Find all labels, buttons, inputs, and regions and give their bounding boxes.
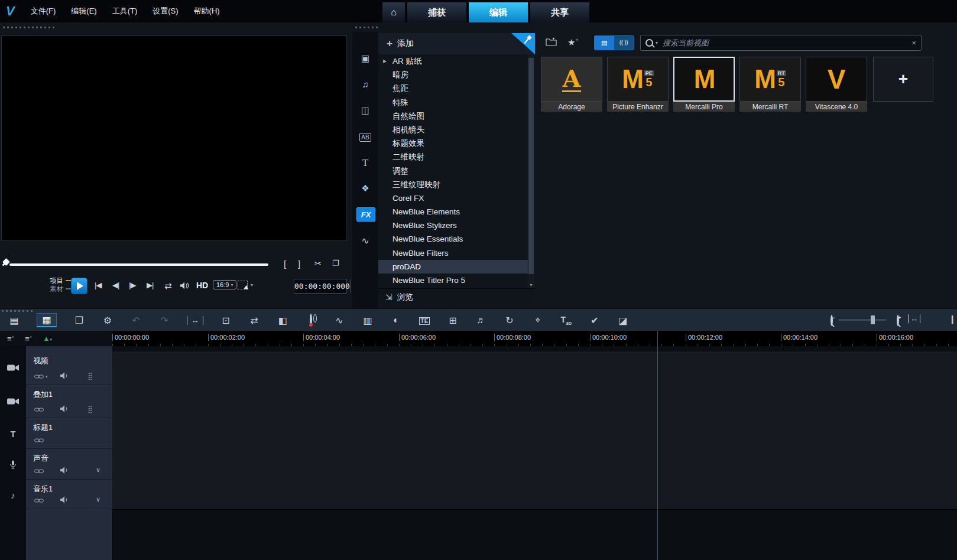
- music-editor-button[interactable]: ♬: [475, 315, 487, 325]
- library-scrollbar[interactable]: ▼: [528, 54, 534, 288]
- undo-button[interactable]: ↶: [130, 315, 142, 326]
- gallery-item[interactable]: M PE 5 Picture Enhanzr: [607, 57, 669, 112]
- graphics-library-icon[interactable]: ❖: [352, 183, 378, 194]
- category-item[interactable]: 三维纹理映射: [378, 178, 528, 191]
- menu-file[interactable]: 文件(F): [23, 6, 64, 17]
- grid-icon[interactable]: ⣿: [87, 372, 93, 380]
- voice-track-icon[interactable]: [0, 460, 26, 471]
- zoom-in-button[interactable]: +: [897, 316, 899, 325]
- tab-share[interactable]: 共享: [530, 2, 590, 22]
- clear-search-icon[interactable]: ×: [907, 38, 921, 47]
- motion-path-icon[interactable]: ∿: [352, 235, 378, 246]
- music-track-icon[interactable]: ♪: [0, 490, 26, 500]
- add-content-tile[interactable]: +: [873, 57, 933, 102]
- category-item[interactable]: NewBlue Filters: [378, 246, 528, 260]
- scrollbar-thumb[interactable]: [528, 58, 534, 274]
- tab-home[interactable]: ⌂: [382, 2, 405, 22]
- add-track-button[interactable]: ≡+: [25, 334, 32, 343]
- repeat-button[interactable]: ⇄: [164, 281, 172, 291]
- overlay-track-lane[interactable]: [112, 385, 957, 419]
- track-transparency-button[interactable]: ◧: [277, 315, 288, 326]
- pan-zoom-dropdown-icon[interactable]: ▾: [251, 282, 253, 288]
- category-item[interactable]: NewBlue Essentials: [378, 232, 528, 246]
- import-folder-button[interactable]: [546, 37, 557, 48]
- clip-mode[interactable]: 素材: [50, 285, 72, 293]
- copy-button[interactable]: ❐: [73, 315, 85, 326]
- link-dropdown-icon[interactable]: ▾: [46, 375, 48, 379]
- music-track-lane[interactable]: [112, 480, 957, 510]
- browse-button[interactable]: ⇲ 浏览: [378, 288, 535, 305]
- ripple-edit-button[interactable]: ⇄: [248, 315, 260, 326]
- go-start-button[interactable]: |◀: [95, 281, 101, 289]
- timecode-display[interactable]: 00:00:00:000 ▲ ▼: [294, 279, 347, 294]
- multicam-editor-button[interactable]: ▥: [362, 315, 374, 326]
- subtitle-editor-button[interactable]: TE: [419, 315, 430, 325]
- menu-settings[interactable]: 设置(S): [145, 6, 186, 17]
- show-audio-toggle[interactable]: (( )): [614, 36, 634, 50]
- timeline-ruler[interactable]: 00:00:00:00 00:00:02:00 00:00:04:00 00:0…: [112, 331, 957, 346]
- category-item[interactable]: 焦距: [378, 82, 528, 95]
- tab-edit[interactable]: 编辑: [468, 2, 528, 22]
- overlay-track-icon[interactable]: [0, 398, 26, 407]
- category-item[interactable]: 自然绘图: [378, 109, 528, 123]
- track-header-voice[interactable]: 声音 ∨: [26, 449, 112, 480]
- category-item[interactable]: 暗房: [378, 68, 528, 82]
- scrub-marker[interactable]: [2, 258, 10, 266]
- voice-track-lane[interactable]: [112, 449, 957, 480]
- chevron-down-icon[interactable]: ∨: [96, 496, 100, 503]
- sound-mixer-button[interactable]: ∿: [333, 315, 345, 326]
- play-button[interactable]: [71, 278, 87, 294]
- next-frame-button[interactable]: |▶: [129, 281, 135, 289]
- expander-icon[interactable]: ▶: [383, 54, 387, 68]
- link-icon[interactable]: [34, 467, 44, 476]
- mark-out-button[interactable]: ]: [298, 259, 300, 269]
- fx-library-icon[interactable]: FX: [356, 207, 375, 222]
- smart-proxy-button[interactable]: [305, 315, 317, 325]
- chevron-down-icon[interactable]: ∨: [96, 466, 100, 474]
- category-item[interactable]: Corel FX: [378, 191, 528, 205]
- menu-help[interactable]: 帮助(H): [186, 6, 228, 17]
- mute-track-icon[interactable]: [60, 372, 69, 381]
- mute-track-icon[interactable]: [60, 467, 69, 476]
- category-item-selected[interactable]: proDAD: [378, 260, 528, 274]
- hd-toggle[interactable]: HD: [196, 281, 208, 290]
- show-video-toggle[interactable]: ▤: [595, 36, 614, 50]
- timeline-view-button[interactable]: ▦: [37, 313, 57, 327]
- track-manager-button[interactable]: ≡+: [7, 334, 14, 343]
- category-item[interactable]: 调整: [378, 164, 528, 178]
- mark-in-button[interactable]: [: [284, 259, 286, 269]
- storyboard-view-button[interactable]: ▤: [8, 315, 20, 326]
- gallery-item[interactable]: A Adorage: [541, 57, 602, 112]
- tab-capture[interactable]: 捕获: [407, 2, 467, 22]
- aspect-ratio-select[interactable]: 16:9 ▾: [213, 280, 236, 289]
- category-item[interactable]: NewBlue Stylizers: [378, 219, 528, 232]
- title-3d-button[interactable]: T3D: [560, 314, 572, 326]
- enlarge-preview-icon[interactable]: ❐: [332, 259, 339, 268]
- project-mode[interactable]: 项目: [50, 276, 72, 285]
- loop-playback-button[interactable]: ↻: [504, 315, 515, 326]
- category-item[interactable]: NewBlue Elements: [378, 205, 528, 219]
- zoom-region-button[interactable]: ⊡: [220, 315, 232, 326]
- title-track-icon[interactable]: T: [0, 429, 26, 439]
- playhead-line[interactable]: [657, 331, 658, 560]
- auto-music-button[interactable]: ⊞: [447, 315, 459, 326]
- timecode-value[interactable]: 00:00:00:000: [294, 282, 350, 291]
- category-item[interactable]: NewBlue Titler Pro 5: [378, 274, 528, 287]
- mute-track-icon[interactable]: [60, 405, 69, 414]
- category-item[interactable]: 特殊: [378, 96, 528, 109]
- mask-creator-button[interactable]: ◪: [617, 315, 629, 326]
- transition-ab-icon[interactable]: AB: [352, 131, 378, 142]
- split-screen-creator-button[interactable]: ✔: [589, 315, 601, 326]
- category-item[interactable]: 二维映射: [378, 150, 528, 164]
- video-track-icon[interactable]: [0, 364, 26, 373]
- category-item[interactable]: 相机镜头: [378, 123, 528, 136]
- title-track-lane[interactable]: [112, 418, 957, 450]
- title-library-icon[interactable]: T: [352, 157, 378, 169]
- video-track-lane[interactable]: [112, 351, 957, 386]
- track-header-title[interactable]: 标题1: [26, 418, 112, 449]
- link-icon[interactable]: [34, 405, 44, 414]
- panel-drag-handle[interactable]: [3, 27, 55, 28]
- redo-button[interactable]: ↷: [158, 315, 170, 326]
- zoom-slider-thumb[interactable]: [871, 315, 875, 324]
- category-item[interactable]: ▶ AR 贴纸: [378, 54, 528, 68]
